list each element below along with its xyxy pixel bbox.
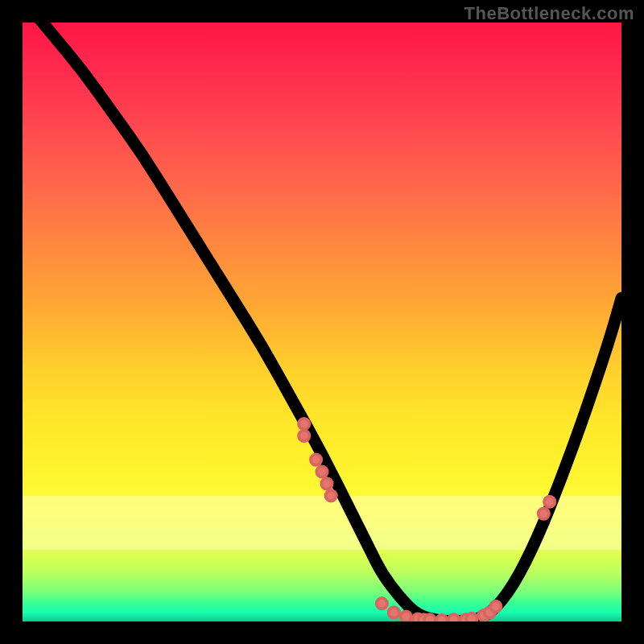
watermark-text: TheBottleneck.com (464, 3, 634, 24)
marker-dot (389, 607, 399, 617)
marker-dot (466, 613, 477, 621)
marker-dot (544, 497, 555, 507)
curve-path (23, 23, 621, 621)
marker-dot (448, 614, 459, 621)
chart-frame: TheBottleneck.com (0, 0, 644, 644)
marker-dot (490, 601, 501, 612)
marker-dot (311, 454, 321, 464)
chart-svg (23, 23, 621, 621)
marker-dot (299, 431, 309, 441)
plot-area (23, 23, 621, 621)
marker-dot (436, 615, 447, 621)
marker-dot (377, 598, 387, 609)
marker-dot (325, 490, 336, 501)
marker-dot (539, 508, 549, 518)
marker-dots (299, 419, 555, 621)
marker-dot (424, 614, 435, 621)
marker-dot (321, 478, 332, 489)
marker-dot (316, 466, 327, 477)
marker-dot (400, 611, 411, 621)
marker-dot (299, 419, 309, 429)
